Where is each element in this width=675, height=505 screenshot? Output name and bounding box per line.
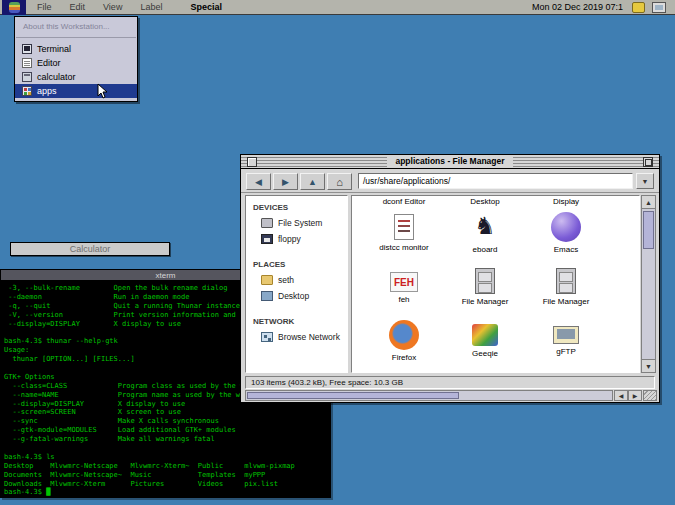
up-button[interactable]: ▲ [300,173,325,190]
file-icon-distcc-monitor[interactable]: distcc monitor [364,212,444,252]
menu-label[interactable]: Label [131,0,171,15]
geeqie-icon [472,324,498,346]
back-button[interactable]: ◀ [246,173,271,190]
terminal-line: bash-4.3$ █ [4,488,327,497]
file-cabinet-icon [475,268,495,294]
sidebar-item-floppy[interactable]: floppy [246,231,347,247]
sidebar-header-network: NETWORK [253,317,347,326]
file-manager-toolbar: ◀ ▶ ▲ ⌂ /usr/share/applications/ ▼ [241,170,659,193]
file-label: Desktop [445,197,525,206]
menu-edit[interactable]: Edit [61,0,95,15]
network-icon [261,332,273,342]
file-icon-firefox[interactable]: Firefox [364,320,444,362]
sidebar-item-browse-network[interactable]: Browse Network [246,329,347,345]
sidebar-header-places: PLACES [253,260,347,269]
horizontal-scrollbar[interactable] [245,390,613,401]
tray-indicator-icon[interactable] [632,2,645,13]
back-icon: ◀ [255,177,262,187]
file-icon-gftp[interactable]: gFTP [526,320,606,356]
apps-dropdown-menu: About this Workstation... Terminal Edito… [14,16,138,102]
sidebar-item-desktop[interactable]: Desktop [246,288,347,304]
horizontal-scroll-thumb[interactable] [247,392,459,399]
file-label: Emacs [526,245,606,254]
chess-knight-icon: ♞ [470,212,500,242]
menu-item-label: calculator [37,72,76,82]
gftp-icon [553,326,579,344]
home-button[interactable]: ⌂ [327,173,352,190]
sidebar-header-devices: DEVICES [253,203,347,212]
terminal-icon [22,44,32,54]
menu-file[interactable]: File [28,0,61,15]
file-icon-file-manager-1[interactable]: File Manager [445,266,525,306]
terminal-line: bash-4.3$ ls [4,453,327,462]
menu-item-editor[interactable]: Editor [15,56,137,70]
scroll-down-icon[interactable]: ▼ [642,359,655,372]
file-icon-dconf-editor[interactable]: dconf Editor [364,195,444,206]
file-icon-feh[interactable]: FEH feh [364,266,444,304]
file-icon-eboard[interactable]: ♞ eboard [445,212,525,254]
file-label: Display [526,197,606,206]
terminal-line [4,444,327,453]
sidebar-item-label: Desktop [278,291,309,301]
tray-display-icon[interactable] [652,2,666,13]
file-label: feh [364,295,444,304]
file-label: File Manager [526,297,606,306]
scroll-left-icon[interactable]: ◀ [614,390,628,401]
menubar: File Edit View Label Special Mon 02 Dec … [0,0,675,15]
forward-icon: ▶ [282,177,289,187]
calculator-icon [22,72,32,82]
file-manager-titlebar[interactable]: applications - File Manager [241,155,659,169]
file-icon-view[interactable]: dconf Editor Desktop Display distcc moni… [351,195,640,373]
desktop: File Edit View Label Special Mon 02 Dec … [0,0,675,505]
file-icon-desktop[interactable]: Desktop [445,195,525,206]
file-icon-geeqie[interactable]: Geeqie [445,320,525,358]
menu-view[interactable]: View [94,0,131,15]
file-icon-file-manager-2[interactable]: File Manager [526,266,606,306]
up-icon: ▲ [308,177,317,187]
menu-item-label: apps [37,86,57,96]
terminal-line: --g-fatal-warnings Make all warnings fat… [4,435,327,444]
close-box-icon[interactable] [247,157,257,167]
menu-item-calculator[interactable]: calculator [15,70,137,84]
menu-item-terminal[interactable]: Terminal [15,42,137,56]
scroll-right-icon[interactable]: ▶ [628,390,642,401]
menu-special[interactable]: Special [181,0,231,15]
file-manager-window: applications - File Manager ◀ ▶ ▲ ⌂ /usr… [240,154,660,403]
file-cabinet-icon [556,268,576,294]
menu-item-label: Terminal [37,44,71,54]
path-dropdown-button[interactable]: ▼ [636,173,654,189]
editor-icon [22,58,32,68]
file-label: eboard [445,245,525,254]
feh-icon: FEH [390,272,418,292]
file-icon-emacs[interactable]: Emacs [526,212,606,254]
sidebar-item-file-system[interactable]: File System [246,215,347,231]
chevron-down-icon: ▼ [642,178,649,185]
file-label: distcc monitor [364,243,444,252]
menu-item-label: Editor [37,58,61,68]
scroll-up-icon[interactable]: ▲ [642,196,655,209]
sidebar-item-label: floppy [278,234,301,244]
path-input[interactable]: /usr/share/applications/ [358,173,633,189]
forward-button[interactable]: ▶ [273,173,298,190]
calculator-window-titlebar[interactable]: Calculator [10,242,170,256]
sidebar-item-seth[interactable]: seth [246,272,347,288]
drive-icon [261,218,273,228]
menu-item-apps[interactable]: apps [15,84,137,98]
file-icon-display[interactable]: Display [526,195,606,206]
home-icon: ⌂ [336,176,343,188]
firefox-icon [389,320,419,350]
file-manager-content: DEVICES File System floppy PLACES seth D… [241,193,659,375]
terminal-line: Documents Mlvwmrc-Netscape~ Music Templa… [4,471,327,480]
menubar-clock: Mon 02 Dec 2019 07:1 [532,0,623,15]
floppy-icon [261,234,273,244]
terminal-line: --gtk-module=MODULES Load additional GTK… [4,426,327,435]
sidebar-item-label: File System [278,218,322,228]
apps-icon [22,86,32,96]
system-menu-button[interactable] [2,0,26,15]
resize-grip[interactable] [643,390,657,401]
vertical-scroll-thumb[interactable] [643,211,654,249]
menu-item-about-workstation: About this Workstation... [15,17,137,34]
status-bar: 103 items (403.2 kB), Free space: 10.3 G… [245,376,655,389]
vertical-scrollbar[interactable]: ▲ ▼ [641,195,656,373]
zoom-box-icon[interactable] [643,157,653,167]
